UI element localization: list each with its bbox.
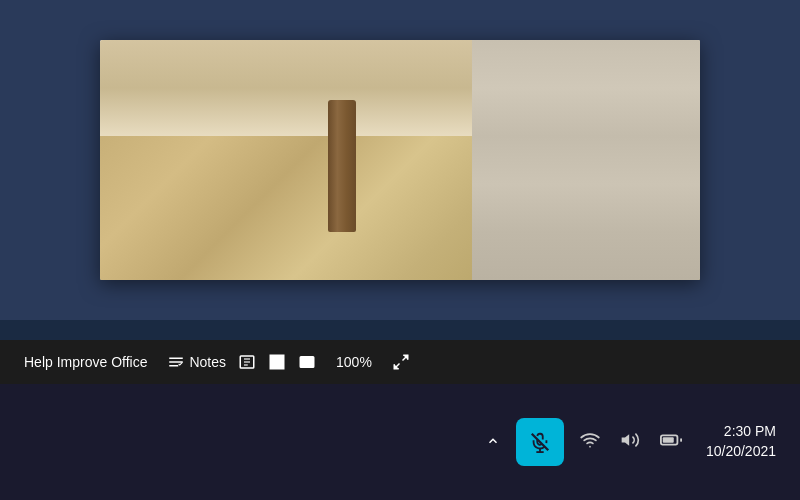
notes-button[interactable]: Notes xyxy=(159,349,234,375)
presentation-area xyxy=(0,0,800,320)
zoom-label: 100% xyxy=(336,354,372,370)
svg-marker-16 xyxy=(622,434,630,446)
fit-window-button[interactable] xyxy=(392,353,410,371)
slide-sorter-button[interactable] xyxy=(268,353,286,371)
slide-image xyxy=(100,40,700,280)
battery-icon xyxy=(660,429,682,451)
reading-view-icon xyxy=(238,353,256,371)
microphone-button[interactable] xyxy=(516,418,564,466)
wifi-icon xyxy=(580,430,600,450)
notes-icon xyxy=(167,353,185,371)
slide-container xyxy=(100,40,700,280)
volume-button[interactable] xyxy=(616,426,644,459)
datetime-display[interactable]: 2:30 PM 10/20/2021 xyxy=(698,418,784,465)
svg-rect-6 xyxy=(270,363,276,369)
microphone-muted-icon xyxy=(529,431,551,453)
slideshow-button[interactable] xyxy=(298,353,316,371)
zoom-level[interactable]: 100% xyxy=(328,350,380,374)
svg-rect-4 xyxy=(270,355,276,361)
svg-rect-7 xyxy=(278,363,284,369)
svg-rect-18 xyxy=(663,437,674,443)
help-improve-label: Help Improve Office xyxy=(24,354,147,370)
date-display: 10/20/2021 xyxy=(706,442,776,462)
svg-point-15 xyxy=(589,445,591,447)
svg-rect-5 xyxy=(278,355,284,361)
taskbar-right: 2:30 PM 10/20/2021 xyxy=(482,418,784,466)
time-display: 2:30 PM xyxy=(724,422,776,442)
chevron-up-icon xyxy=(486,434,500,448)
help-improve-button[interactable]: Help Improve Office xyxy=(16,350,155,374)
wifi-button[interactable] xyxy=(576,426,604,459)
slideshow-icon xyxy=(298,353,316,371)
taskbar: 2:30 PM 10/20/2021 xyxy=(0,384,800,500)
fit-window-icon xyxy=(392,353,410,371)
battery-button[interactable] xyxy=(656,425,686,460)
presentation-statusbar: Help Improve Office Notes xyxy=(0,340,800,384)
reading-view-button[interactable] xyxy=(238,353,256,371)
notes-label: Notes xyxy=(189,354,226,370)
speaker-icon xyxy=(620,430,640,450)
view-buttons: 100% xyxy=(238,350,410,374)
slide-sorter-icon xyxy=(268,353,286,371)
statusbar-left: Help Improve Office Notes xyxy=(16,349,784,375)
show-hidden-icons-button[interactable] xyxy=(482,430,504,455)
concrete-wall xyxy=(472,40,700,280)
